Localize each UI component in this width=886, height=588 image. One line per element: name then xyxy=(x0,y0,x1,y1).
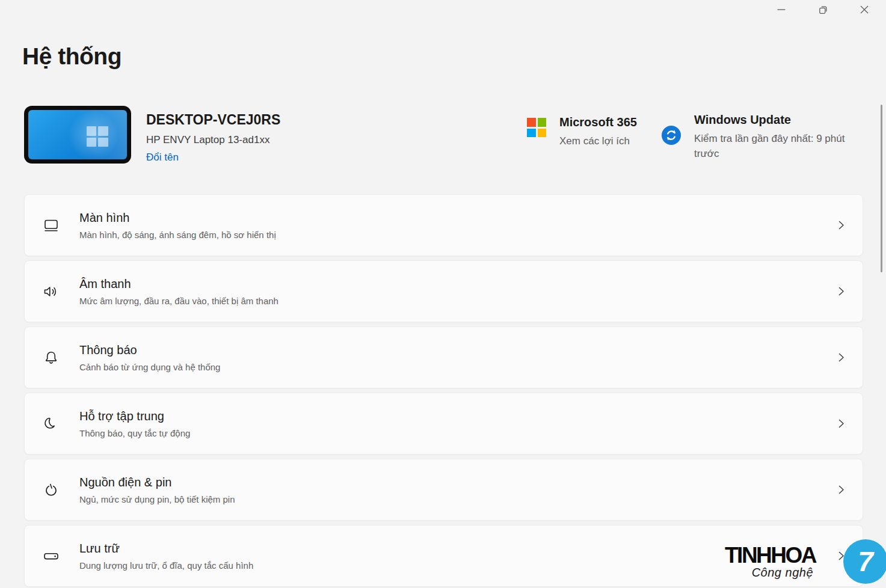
settings-item-notifications[interactable]: Thông báo Cảnh báo từ ứng dụng và hệ thố… xyxy=(24,326,863,388)
microsoft-365-block[interactable]: Microsoft 365 Xem các lợi ích xyxy=(527,115,637,149)
chevron-right-icon xyxy=(837,551,846,560)
settings-item-storage[interactable]: Lưu trữ Dung lượng lưu trữ, ổ đĩa, quy t… xyxy=(24,525,863,587)
settings-item-sound[interactable]: Âm thanh Mức âm lượng, đầu ra, đầu vào, … xyxy=(24,260,863,322)
settings-list: Màn hình Màn hình, độ sáng, ánh sáng đêm… xyxy=(24,194,863,587)
settings-item-subtitle: Thông báo, quy tắc tự động xyxy=(79,428,190,438)
windows-update-block[interactable]: Windows Update Kiểm tra lần gần đây nhất… xyxy=(662,113,861,161)
windows-update-status: Kiểm tra lần gần đây nhất: 9 phút trước xyxy=(694,131,861,161)
settings-item-title: Thông báo xyxy=(79,343,220,357)
microsoft-365-title: Microsoft 365 xyxy=(559,115,637,129)
device-wallpaper xyxy=(28,110,127,159)
page-title: Hệ thống xyxy=(22,43,122,70)
vertical-scrollbar-thumb[interactable] xyxy=(881,105,882,272)
chevron-right-icon xyxy=(837,221,846,230)
settings-item-title: Âm thanh xyxy=(79,277,278,291)
chevron-right-icon xyxy=(837,353,846,362)
chevron-right-icon xyxy=(837,419,846,428)
microsoft-365-subtitle: Xem các lợi ích xyxy=(559,133,637,149)
settings-item-subtitle: Mức âm lượng, đầu ra, đầu vào, thiết bị … xyxy=(79,296,278,306)
minimize-icon xyxy=(777,5,786,14)
restore-icon xyxy=(819,5,828,14)
speaker-icon xyxy=(42,283,60,301)
restore-button[interactable] xyxy=(809,0,837,19)
sync-icon xyxy=(662,126,681,147)
settings-item-power-battery[interactable]: Nguồn điện & pin Ngủ, mức sử dụng pin, b… xyxy=(24,459,863,521)
moon-icon xyxy=(42,415,60,433)
close-icon xyxy=(860,5,869,14)
chevron-right-icon xyxy=(837,287,846,296)
settings-item-subtitle: Dung lượng lưu trữ, ổ đĩa, quy tắc cấu h… xyxy=(79,560,253,571)
display-icon xyxy=(42,216,60,234)
close-button[interactable] xyxy=(851,0,878,19)
settings-item-title: Màn hình xyxy=(79,211,276,225)
settings-item-display[interactable]: Màn hình Màn hình, độ sáng, ánh sáng đêm… xyxy=(24,194,863,256)
settings-item-subtitle: Ngủ, mức sử dụng pin, bộ tiết kiệm pin xyxy=(79,494,235,504)
settings-item-title: Hỗ trợ tập trung xyxy=(79,409,190,423)
power-icon xyxy=(42,481,60,499)
settings-item-title: Nguồn điện & pin xyxy=(79,476,235,489)
device-name: DESKTOP-VCEJ0RS xyxy=(146,112,280,128)
bell-icon xyxy=(42,349,60,367)
device-model: HP ENVY Laptop 13-ad1xx xyxy=(146,134,280,146)
settings-item-subtitle: Màn hình, độ sáng, ánh sáng đêm, hồ sơ h… xyxy=(79,230,276,240)
windows-update-title: Windows Update xyxy=(694,113,861,127)
rename-link[interactable]: Đổi tên xyxy=(146,152,179,164)
windows-logo-icon xyxy=(87,126,108,147)
settings-item-subtitle: Cảnh báo từ ứng dụng và hệ thống xyxy=(79,362,220,372)
microsoft-logo-icon xyxy=(527,118,546,137)
chevron-right-icon xyxy=(837,485,846,494)
settings-item-title: Lưu trữ xyxy=(79,542,253,556)
device-info: DESKTOP-VCEJ0RS HP ENVY Laptop 13-ad1xx … xyxy=(146,112,280,164)
device-thumbnail xyxy=(24,106,131,164)
storage-icon xyxy=(42,547,60,565)
settings-window: { "colors": { "background": "#f3f3f3", "… xyxy=(0,0,886,588)
settings-item-focus-assist[interactable]: Hỗ trợ tập trung Thông báo, quy tắc tự đ… xyxy=(24,393,863,455)
window-controls xyxy=(768,0,878,19)
minimize-button[interactable] xyxy=(768,0,795,19)
